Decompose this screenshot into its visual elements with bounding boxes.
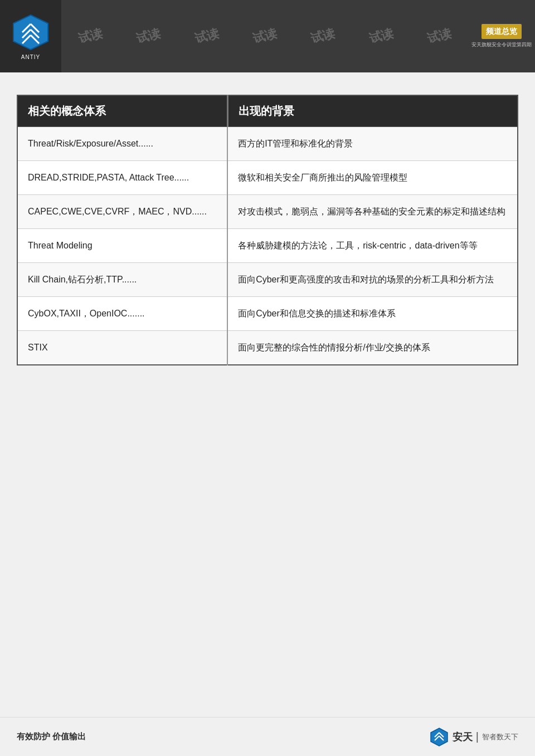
header-sub-label: 安天旗舰安全令训堂第四期: [471, 41, 532, 48]
brand-label: 频道总览: [486, 27, 517, 36]
header: ANTIY 试读 试读 试读 试读 试读 试读 试读 频道总览 安天旗舰安全令训…: [0, 0, 535, 72]
row6-left: CybOX,TAXII，OpenIOC.......: [17, 297, 227, 331]
row4-right: 各种威胁建模的方法论，工具，risk-centric，data-driven等等: [227, 229, 518, 263]
col2-header: 出现的背景: [227, 95, 518, 127]
table-row: Threat Modeling 各种威胁建模的方法论，工具，risk-centr…: [17, 229, 518, 263]
row2-left: DREAD,STRIDE,PASTA, Attack Tree......: [17, 161, 227, 195]
watermark-6: 试读: [367, 25, 395, 47]
footer-logo-icon: [429, 727, 449, 747]
header-right-logo: 频道总览 安天旗舰安全令训堂第四期: [468, 0, 535, 72]
row5-right: 面向Cyber和更高强度的攻击和对抗的场景的分析工具和分析方法: [227, 263, 518, 297]
row4-left: Threat Modeling: [17, 229, 227, 263]
table-row: DREAD,STRIDE,PASTA, Attack Tree...... 微软…: [17, 161, 518, 195]
watermark-1: 试读: [76, 25, 104, 47]
brand-box: 频道总览: [481, 24, 522, 39]
header-watermark: 试读 试读 试读 试读 试读 试读 试读: [61, 0, 468, 72]
watermark-5: 试读: [309, 25, 337, 47]
concept-table: 相关的概念体系 出现的背景 Threat/Risk/Exposure/Asset…: [17, 95, 518, 365]
watermark-4: 试读: [251, 25, 279, 47]
watermark-7: 试读: [425, 25, 453, 47]
footer-left-text: 有效防护 价值输出: [17, 731, 86, 742]
table-row: STIX 面向更完整的综合性的情报分析/作业/交换的体系: [17, 331, 518, 365]
watermark-3: 试读: [193, 25, 221, 47]
logo-area: ANTIY: [0, 0, 61, 72]
watermark-strip: 试读 试读 试读 试读 试读 试读 试读: [61, 0, 468, 72]
row2-right: 微软和相关安全厂商所推出的风险管理模型: [227, 161, 518, 195]
watermark-2: 试读: [134, 25, 162, 47]
row1-right: 西方的IT管理和标准化的背景: [227, 127, 518, 161]
footer-divider: |: [476, 730, 479, 743]
footer-brand-sub: 智者数天下: [482, 732, 518, 742]
footer-brand: 安天 | 智者数天下: [453, 730, 518, 744]
table-row: CybOX,TAXII，OpenIOC....... 面向Cyber和信息交换的…: [17, 297, 518, 331]
table-row: Kill Chain,钻石分析,TTP...... 面向Cyber和更高强度的攻…: [17, 263, 518, 297]
row1-left: Threat/Risk/Exposure/Asset......: [17, 127, 227, 161]
svg-marker-0: [13, 15, 48, 50]
logo-hexagon: [11, 13, 50, 52]
row7-left: STIX: [17, 331, 227, 365]
footer-brand-name: 安天: [453, 730, 473, 744]
main-content: 相关的概念体系 出现的背景 Threat/Risk/Exposure/Asset…: [0, 72, 535, 377]
row3-left: CAPEC,CWE,CVE,CVRF，MAEC，NVD......: [17, 195, 227, 229]
row3-right: 对攻击模式，脆弱点，漏洞等各种基础的安全元素的标定和描述结构: [227, 195, 518, 229]
row7-right: 面向更完整的综合性的情报分析/作业/交换的体系: [227, 331, 518, 365]
table-header-row: 相关的概念体系 出现的背景: [17, 95, 518, 127]
table-row: Threat/Risk/Exposure/Asset...... 西方的IT管理…: [17, 127, 518, 161]
logo-label: ANTIY: [21, 54, 40, 60]
row5-left: Kill Chain,钻石分析,TTP......: [17, 263, 227, 297]
footer: 有效防护 价值输出 安天 | 智者数天下: [0, 717, 535, 756]
footer-right: 安天 | 智者数天下: [429, 727, 518, 747]
svg-marker-7: [431, 728, 448, 746]
col1-header: 相关的概念体系: [17, 95, 227, 127]
table-row: CAPEC,CWE,CVE,CVRF，MAEC，NVD...... 对攻击模式，…: [17, 195, 518, 229]
row6-right: 面向Cyber和信息交换的描述和标准体系: [227, 297, 518, 331]
